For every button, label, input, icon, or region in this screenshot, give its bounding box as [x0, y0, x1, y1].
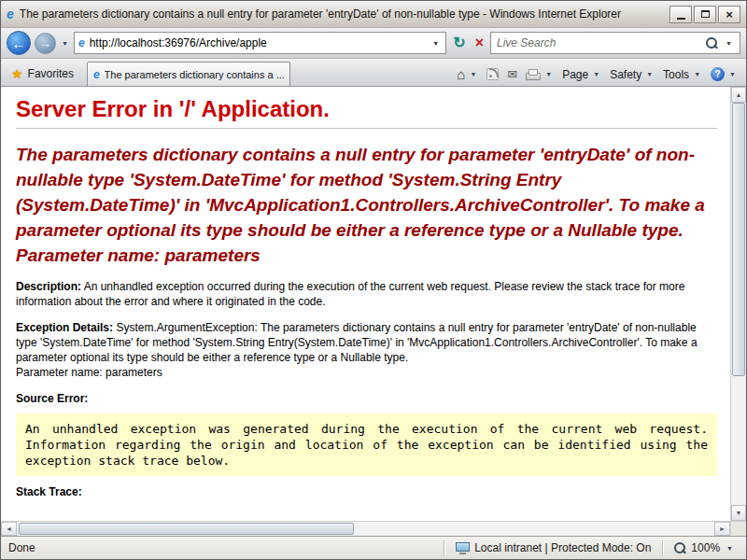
scroll-up-button[interactable]: ▲: [731, 87, 746, 103]
zoom-icon: [674, 542, 686, 554]
description-label: Description:: [16, 280, 81, 293]
search-dropdown-icon[interactable]: ▼: [724, 40, 734, 47]
address-bar[interactable]: e http://localhost:36976/Archive/apple ▼: [74, 32, 446, 54]
scroll-up-icon: ▲: [736, 91, 742, 98]
favorites-button[interactable]: ★ Favorites: [6, 63, 81, 86]
stop-button[interactable]: ×: [472, 32, 486, 54]
tools-menu-label: Tools: [663, 68, 689, 81]
navigation-bar: ← → ▼ e http://localhost:36976/Archive/a…: [1, 28, 746, 59]
favorites-label: Favorites: [28, 67, 74, 80]
tools-menu[interactable]: Tools ▼: [663, 68, 702, 81]
horizontal-scroll-track[interactable]: [17, 522, 714, 536]
status-text: Done: [8, 541, 436, 554]
tab-bar: ★ Favorites e The parameters dictionary …: [1, 59, 746, 87]
safety-dropdown-icon: ▼: [644, 71, 655, 77]
horizontal-scrollbar[interactable]: ◄ ►: [1, 522, 730, 536]
statusbar-separator: [662, 540, 663, 555]
help-menu[interactable]: ? ▼: [711, 67, 738, 81]
browser-window: e The parameters dictionary contains a n…: [0, 0, 747, 560]
search-box[interactable]: Live Search ▼: [490, 32, 740, 54]
maximize-icon: [701, 10, 710, 18]
exception-details-label: Exception Details:: [16, 321, 113, 334]
scroll-left-icon: ◄: [6, 525, 12, 532]
close-button[interactable]: ×: [718, 6, 740, 23]
refresh-button[interactable]: ↻: [450, 32, 468, 54]
description-text: An unhandled exception occurred during t…: [16, 280, 684, 308]
refresh-icon: ↻: [453, 35, 465, 50]
print-button[interactable]: ▼: [526, 69, 554, 80]
vertical-scroll-thumb[interactable]: [732, 103, 745, 376]
divider: [16, 128, 717, 129]
stop-icon: ×: [475, 35, 484, 50]
stack-trace-label: Stack Trace:: [16, 485, 717, 498]
exception-paragraph: Exception Details: System.ArgumentExcept…: [16, 320, 717, 380]
page-menu[interactable]: Page ▼: [562, 68, 601, 81]
help-icon: ?: [711, 67, 725, 81]
feeds-button[interactable]: [486, 68, 499, 80]
statusbar-separator: [444, 540, 444, 555]
forward-arrow-icon: →: [39, 36, 51, 50]
favorites-star-icon: ★: [11, 67, 23, 80]
source-error-label: Source Error:: [16, 391, 717, 406]
exception-parameter-text: Parameter name: parameters: [16, 365, 717, 380]
help-dropdown-icon: ▼: [727, 71, 738, 77]
scroll-left-button[interactable]: ◄: [1, 522, 17, 536]
zone-text: Local intranet | Protected Mode: On: [474, 541, 651, 554]
tab-current[interactable]: e The parameters dictionary contains a .…: [87, 62, 290, 86]
error-message: The parameters dictionary contains a nul…: [16, 142, 717, 268]
tools-dropdown-icon: ▼: [692, 71, 702, 77]
description-paragraph: Description: An unhandled exception occu…: [16, 279, 717, 309]
address-dropdown-icon[interactable]: ▼: [430, 40, 442, 47]
local-intranet-icon: [456, 542, 470, 554]
search-placeholder: Live Search: [497, 36, 700, 49]
horizontal-scroll-thumb[interactable]: [19, 523, 354, 535]
forward-button[interactable]: →: [35, 33, 56, 54]
page-menu-label: Page: [562, 68, 588, 81]
tab-title: The parameters dictionary contains a ...: [105, 69, 284, 80]
zoom-control[interactable]: 100% ▼: [670, 541, 739, 554]
vertical-scroll-track[interactable]: [731, 103, 746, 505]
source-error-box: An unhandled exception was generated dur…: [16, 413, 717, 476]
page-dropdown-icon: ▼: [591, 71, 601, 77]
content-area: Server Error in '/' Application. The par…: [1, 87, 746, 521]
safety-menu[interactable]: Safety ▼: [610, 68, 655, 81]
titlebar[interactable]: e The parameters dictionary contains a n…: [1, 1, 746, 28]
vertical-scrollbar[interactable]: ▲ ▼: [730, 87, 746, 521]
zoom-dropdown-icon: ▼: [725, 545, 735, 552]
print-dropdown-icon: ▼: [543, 71, 554, 77]
page-title: Server Error in '/' Application.: [16, 96, 717, 122]
printer-icon: [526, 69, 541, 80]
minimize-icon: [677, 18, 685, 20]
back-button[interactable]: ←: [7, 31, 31, 55]
exception-details-text: System.ArgumentException: The parameters…: [16, 321, 698, 364]
zoom-level: 100%: [691, 541, 720, 554]
scrollbar-corner: [730, 522, 746, 536]
error-message-text: The parameters dictionary contains a nul…: [16, 142, 717, 243]
security-zone[interactable]: Local intranet | Protected Mode: On: [452, 541, 655, 554]
page-icon: e: [78, 37, 85, 49]
scroll-down-icon: ▼: [736, 510, 742, 516]
window-title: The parameters dictionary contains a nul…: [20, 7, 664, 21]
back-arrow-icon: ←: [12, 35, 26, 51]
recent-pages-dropdown[interactable]: ▼: [60, 40, 70, 47]
home-icon: ⌂: [457, 67, 465, 81]
feed-icon: [486, 68, 499, 80]
home-button[interactable]: ⌂ ▼: [457, 67, 478, 81]
scroll-right-icon: ►: [719, 525, 726, 532]
mail-icon: ✉: [507, 68, 517, 80]
close-icon: ×: [726, 8, 733, 21]
scroll-down-button[interactable]: ▼: [731, 505, 746, 521]
command-bar: ⌂ ▼ ✉ ▼ Page ▼ Safety ▼ Tools ▼ ?: [457, 67, 741, 86]
horizontal-scrollbar-row: ◄ ►: [1, 521, 746, 536]
search-icon[interactable]: [706, 37, 718, 49]
maximize-button[interactable]: [694, 6, 716, 23]
status-bar: Done Local intranet | Protected Mode: On…: [1, 536, 746, 559]
window-controls: ×: [669, 6, 740, 23]
safety-menu-label: Safety: [610, 68, 641, 81]
minimize-button[interactable]: [669, 6, 692, 23]
home-dropdown-icon: ▼: [468, 71, 478, 77]
read-mail-button[interactable]: ✉: [507, 68, 517, 80]
scroll-right-button[interactable]: ►: [714, 522, 730, 536]
error-page: Server Error in '/' Application. The par…: [1, 87, 730, 521]
error-parameter-text: Parameter name: parameters: [16, 243, 717, 268]
